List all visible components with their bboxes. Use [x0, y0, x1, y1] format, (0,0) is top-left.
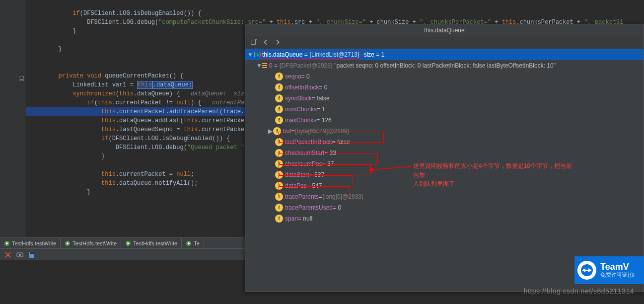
tab-label: TestHdfs.testWrite	[133, 240, 177, 246]
svg-point-9	[19, 254, 21, 256]
field-traceParents[interactable]: ftraceParents = {long[0]@2933}	[245, 191, 644, 202]
field-name: offsetInBlock	[285, 84, 319, 91]
field-value: = 1	[317, 106, 325, 113]
teamviewer-text: TeamV免费许可证(仅	[600, 262, 635, 279]
field-value: = 0	[301, 73, 310, 80]
field-name: numChunks	[285, 106, 317, 113]
field-icon: f	[275, 138, 283, 146]
field-numChunks[interactable]: fnumChunks = 1	[245, 104, 644, 115]
field-name: lastPacketInBlock	[285, 139, 332, 146]
field-icon: f	[275, 116, 283, 124]
root-size: size = 1	[364, 51, 385, 58]
tree-root[interactable]: ▼ fx this.dataQueue = {LinkedList@2713} …	[245, 49, 644, 60]
panel-title: this.dataQueue	[245, 24, 644, 36]
field-icon: f	[275, 83, 283, 91]
annotation-arrow	[367, 159, 417, 179]
tab-testwrite-4[interactable]: Te	[182, 238, 204, 249]
field-icon: f	[275, 73, 283, 80]
field-checksumStart[interactable]: fchecksumStart = 33	[245, 148, 644, 158]
run-icon	[65, 240, 71, 246]
field-icon: f	[275, 193, 283, 201]
elem-index: 0	[269, 62, 273, 69]
calculator-icon[interactable]	[28, 251, 36, 259]
field-value: = false	[332, 139, 350, 146]
field-icon: f	[275, 149, 283, 157]
run-icon	[125, 240, 131, 246]
svg-rect-12	[251, 40, 256, 44]
back-icon[interactable]	[262, 39, 269, 46]
tab-label: Te	[194, 240, 200, 246]
eval-icon: fx	[253, 51, 261, 59]
root-class: {LinkedList@2713}	[309, 51, 359, 58]
run-icon	[4, 240, 10, 246]
new-watch-icon[interactable]	[250, 39, 257, 46]
field-value: =	[291, 128, 295, 135]
field-value: =	[319, 193, 322, 200]
tab-testwrite-3[interactable]: TestHdfs.testWrite	[121, 238, 182, 249]
field-seqno[interactable]: fseqno = 0	[245, 71, 644, 82]
teamviewer-icon	[577, 261, 596, 280]
field-name: dataStart	[285, 171, 309, 178]
watch-icon[interactable]	[16, 251, 24, 259]
field-name: traceParentsUsed	[285, 204, 333, 211]
forward-icon[interactable]	[274, 39, 281, 46]
field-name: seqno	[285, 73, 301, 80]
field-value: = 537	[309, 171, 324, 178]
field-traceParentsUsed[interactable]: ftraceParentsUsed = 0	[245, 202, 644, 213]
field-buf[interactable]: ▶fbuf = {byte[65049]@2899}	[245, 126, 644, 137]
tab-label: TestHdfs.testWrite	[12, 240, 56, 246]
svg-rect-20	[585, 270, 589, 271]
field-name: buf	[283, 128, 291, 135]
field-icon: f	[275, 182, 283, 190]
field-value: = false	[312, 95, 330, 102]
watermark: https://blog.csdn.net/s6d5211314	[524, 287, 634, 295]
elem-class: {DFSPacket@2928}	[279, 62, 333, 69]
panel-toolbar	[245, 36, 644, 48]
field-maxChunks[interactable]: fmaxChunks = 126	[245, 115, 644, 126]
teamviewer-overlay[interactable]: TeamV免费许可证(仅	[574, 256, 644, 284]
debug-inspect-panel[interactable]: this.dataQueue ▼ fx this.dataQueue = {Li…	[245, 24, 644, 292]
field-name: syncBlock	[285, 95, 312, 102]
annotation-text: 这里说明校验和的大小是4个字节，数据是10个字节，把当前包放入到队列里面了	[413, 161, 577, 188]
field-icon: f	[275, 171, 283, 179]
svg-text:fx: fx	[255, 52, 259, 57]
tree-elem-0[interactable]: ▼ 0 = {DFSPacket@2928} "packet seqno: 0 …	[245, 60, 644, 71]
field-syncBlock[interactable]: fsyncBlock = false	[245, 93, 644, 104]
field-icon: f	[275, 204, 283, 212]
field-icon: f	[275, 160, 283, 168]
field-value: = 0	[319, 84, 327, 91]
field-icon: f	[275, 94, 283, 102]
field-icon: f	[273, 127, 281, 135]
fold-icon[interactable]: −	[19, 76, 24, 81]
elem-tostring: "packet seqno: 0 offsetInBlock: 0 lastPa…	[334, 62, 556, 69]
field-value: = null	[298, 215, 312, 222]
field-name: maxChunks	[285, 117, 316, 124]
tab-testwrite-1[interactable]: TestHdfs.testWrite	[0, 238, 61, 249]
field-icon: f	[275, 215, 283, 223]
field-value: = 37	[322, 160, 334, 167]
collapse-icon[interactable]: ▼	[247, 51, 253, 58]
expand-icon[interactable]: ▶	[267, 128, 273, 135]
field-name: traceParents	[285, 193, 319, 200]
field-value: = 0	[333, 204, 341, 211]
svg-rect-11	[30, 252, 34, 254]
collapse-icon[interactable]: ▼	[256, 62, 262, 69]
field-value: = 33	[324, 150, 336, 156]
field-name: checksumStart	[285, 150, 324, 156]
field-icon: f	[275, 105, 283, 113]
variables-tree[interactable]: ▼ fx this.dataQueue = {LinkedList@2713} …	[245, 48, 644, 225]
tab-testwrite-2[interactable]: TestHdfs.testWrite	[61, 238, 121, 249]
field-value: = 126	[316, 117, 331, 124]
field-name: dataPos	[285, 182, 307, 189]
field-span[interactable]: fspan = null	[245, 213, 644, 224]
tab-label: TestHdfs.testWrite	[72, 240, 117, 246]
field-lastPacketInBlock[interactable]: flastPacketInBlock = false	[245, 137, 644, 148]
field-value: = 547	[307, 182, 322, 189]
field-offsetInBlock[interactable]: foffsetInBlock = 0	[245, 82, 644, 93]
svg-line-16	[371, 166, 412, 170]
field-name: checksumPos	[285, 160, 322, 167]
close-icon[interactable]	[4, 251, 12, 259]
root-name: this.dataQueue	[262, 51, 302, 58]
field-name: span	[285, 215, 298, 222]
array-icon	[262, 63, 267, 68]
